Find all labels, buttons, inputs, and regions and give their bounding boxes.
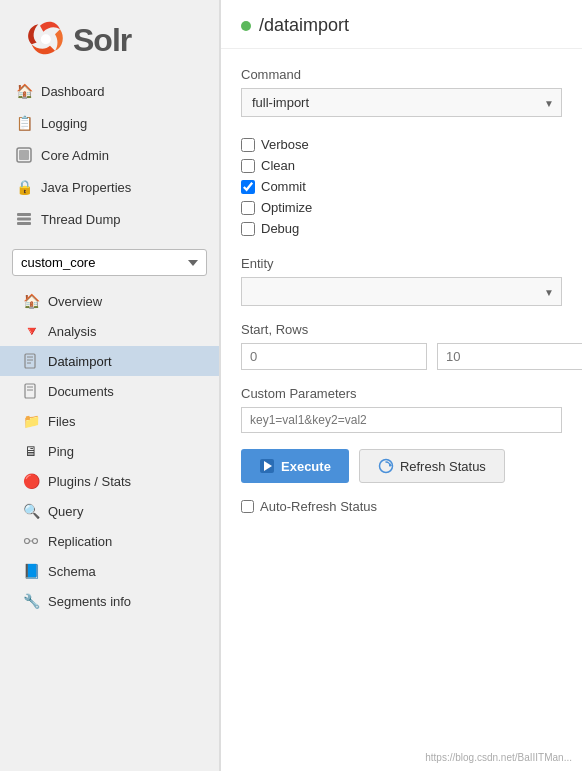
optimize-checkbox-item[interactable]: Optimize: [241, 200, 562, 215]
main-nav: 🏠 Dashboard 📋 Logging Core Admin 🔒 Java …: [0, 75, 219, 235]
core-admin-icon: [15, 146, 33, 164]
sidebar-item-replication[interactable]: Replication: [0, 526, 219, 556]
sidebar-item-documents[interactable]: Documents: [0, 376, 219, 406]
start-rows-group: Start, Rows: [241, 322, 562, 370]
svg-rect-4: [17, 218, 31, 221]
auto-refresh-label: Auto-Refresh Status: [260, 499, 377, 514]
entity-select-wrapper: ▼: [241, 277, 562, 306]
segments-label: Segments info: [48, 594, 131, 609]
page-header: /dataimport: [221, 0, 582, 49]
sidebar-item-segments-info[interactable]: 🔧 Segments info: [0, 586, 219, 616]
verbose-checkbox-item[interactable]: Verbose: [241, 137, 562, 152]
sidebar-item-schema[interactable]: 📘 Schema: [0, 556, 219, 586]
sidebar-item-core-admin[interactable]: Core Admin: [0, 139, 219, 171]
command-label: Command: [241, 67, 562, 82]
entity-group: Entity ▼: [241, 256, 562, 306]
java-properties-label: Java Properties: [41, 180, 131, 195]
dataimport-label: Dataimport: [48, 354, 112, 369]
status-dot: [241, 21, 251, 31]
auto-refresh-row: Auto-Refresh Status: [241, 499, 562, 514]
page-title: /dataimport: [259, 15, 349, 36]
svg-rect-3: [17, 213, 31, 216]
ping-icon: 🖥: [22, 442, 40, 460]
core-selector-area: custom_core: [0, 239, 219, 286]
commit-checkbox-item[interactable]: Commit: [241, 179, 562, 194]
sub-nav: 🏠 Overview 🔻 Analysis Dataimport Documen…: [0, 286, 219, 616]
schema-label: Schema: [48, 564, 96, 579]
auto-refresh-checkbox[interactable]: [241, 500, 254, 513]
execute-button[interactable]: Execute: [241, 449, 349, 483]
files-icon: 📁: [22, 412, 40, 430]
query-icon: 🔍: [22, 502, 40, 520]
documents-icon: [22, 382, 40, 400]
sidebar: Solr 🏠 Dashboard 📋 Logging Core Admin 🔒 …: [0, 0, 220, 771]
rows-input[interactable]: [437, 343, 582, 370]
entity-label: Entity: [241, 256, 562, 271]
segments-icon: 🔧: [22, 592, 40, 610]
sidebar-item-files[interactable]: 📁 Files: [0, 406, 219, 436]
sidebar-item-java-properties[interactable]: 🔒 Java Properties: [0, 171, 219, 203]
options-group: Verbose Clean Commit Optimize Debug: [241, 133, 562, 240]
sidebar-item-logging[interactable]: 📋 Logging: [0, 107, 219, 139]
logging-icon: 📋: [15, 114, 33, 132]
custom-params-label: Custom Parameters: [241, 386, 562, 401]
replication-icon: [22, 532, 40, 550]
form-area: Command full-import delta-import status …: [221, 49, 582, 532]
clean-label: Clean: [261, 158, 295, 173]
svg-rect-10: [25, 384, 35, 398]
refresh-label: Refresh Status: [400, 459, 486, 474]
execute-label: Execute: [281, 459, 331, 474]
svg-rect-5: [17, 222, 31, 225]
sidebar-item-dataimport[interactable]: Dataimport: [0, 346, 219, 376]
core-selector[interactable]: custom_core: [12, 249, 207, 276]
logo-area: Solr: [0, 0, 219, 75]
sidebar-item-dashboard[interactable]: 🏠 Dashboard: [0, 75, 219, 107]
svg-rect-6: [25, 354, 35, 368]
analysis-label: Analysis: [48, 324, 96, 339]
sidebar-item-query[interactable]: 🔍 Query: [0, 496, 219, 526]
replication-label: Replication: [48, 534, 112, 549]
row-inputs: [241, 343, 562, 370]
verbose-checkbox[interactable]: [241, 138, 255, 152]
commit-label: Commit: [261, 179, 306, 194]
refresh-button[interactable]: Refresh Status: [359, 449, 505, 483]
dashboard-label: Dashboard: [41, 84, 105, 99]
start-input[interactable]: [241, 343, 427, 370]
sidebar-item-thread-dump[interactable]: Thread Dump: [0, 203, 219, 235]
command-select[interactable]: full-import delta-import status reload-c…: [241, 88, 562, 117]
entity-select[interactable]: [241, 277, 562, 306]
command-select-wrapper: full-import delta-import status reload-c…: [241, 88, 562, 117]
custom-params-input[interactable]: [241, 407, 562, 433]
analysis-icon: 🔻: [22, 322, 40, 340]
svg-point-13: [25, 539, 30, 544]
plugins-label: Plugins / Stats: [48, 474, 131, 489]
query-label: Query: [48, 504, 83, 519]
clean-checkbox[interactable]: [241, 159, 255, 173]
overview-icon: 🏠: [22, 292, 40, 310]
execute-icon: [259, 458, 275, 474]
clean-checkbox-item[interactable]: Clean: [241, 158, 562, 173]
solr-text: Solr: [73, 22, 131, 59]
start-rows-label: Start, Rows: [241, 322, 562, 337]
schema-icon: 📘: [22, 562, 40, 580]
optimize-label: Optimize: [261, 200, 312, 215]
custom-params-group: Custom Parameters: [241, 386, 562, 433]
command-group: Command full-import delta-import status …: [241, 67, 562, 117]
optimize-checkbox[interactable]: [241, 201, 255, 215]
svg-point-0: [41, 34, 51, 44]
logging-label: Logging: [41, 116, 87, 131]
svg-point-14: [33, 539, 38, 544]
sidebar-item-plugins-stats[interactable]: 🔴 Plugins / Stats: [0, 466, 219, 496]
sidebar-item-ping[interactable]: 🖥 Ping: [0, 436, 219, 466]
plugins-icon: 🔴: [22, 472, 40, 490]
debug-checkbox-item[interactable]: Debug: [241, 221, 562, 236]
button-row: Execute Refresh Status: [241, 449, 562, 483]
sidebar-item-analysis[interactable]: 🔻 Analysis: [0, 316, 219, 346]
commit-checkbox[interactable]: [241, 180, 255, 194]
sidebar-item-overview[interactable]: 🏠 Overview: [0, 286, 219, 316]
java-properties-icon: 🔒: [15, 178, 33, 196]
overview-label: Overview: [48, 294, 102, 309]
main-content: /dataimport Command full-import delta-im…: [220, 0, 582, 771]
svg-rect-2: [19, 150, 29, 160]
debug-checkbox[interactable]: [241, 222, 255, 236]
